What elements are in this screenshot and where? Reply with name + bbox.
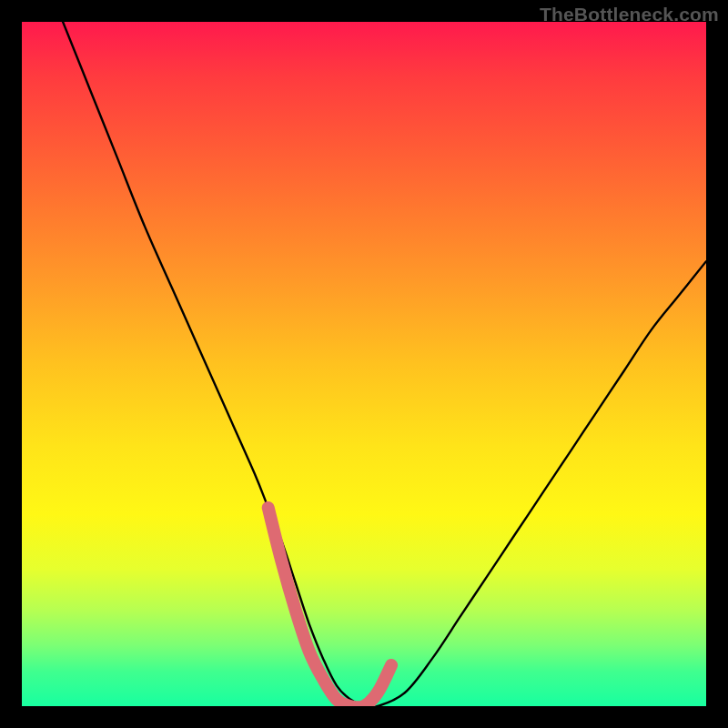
chart-frame: TheBottleneck.com <box>0 0 728 728</box>
highlight-band-path <box>268 508 391 706</box>
curve-layer <box>22 22 706 706</box>
plot-area <box>22 22 706 706</box>
bottleneck-curve-path <box>63 22 706 706</box>
